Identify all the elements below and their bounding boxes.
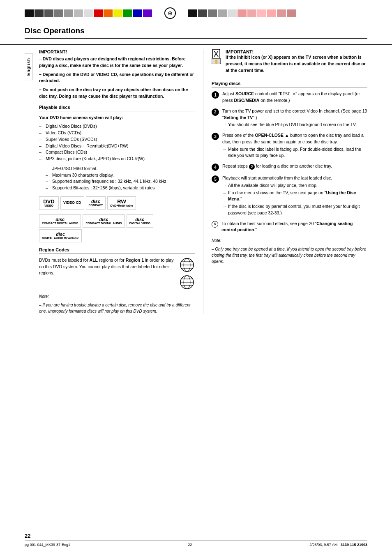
inhibit-icon: ✋ xyxy=(212,49,222,76)
disc-logos: DVD VIDEO VIDEO CD disc COMPACT RW DVD+R… xyxy=(39,196,195,210)
step-content-2: Turn on the TV power and set to the corr… xyxy=(222,108,367,128)
list-item: Maximum 30 characters display. xyxy=(46,172,195,179)
list-item: Supported sampling frequencies : 32 kHz,… xyxy=(46,178,195,185)
step-content-1: Adjust SOURCE control until "DISC ×" app… xyxy=(222,91,367,104)
list-item: Digital Video Discs (DVDs) xyxy=(39,123,195,130)
important-box-right: ✋ IMPORTANT! If the inhibit icon (or X) … xyxy=(212,49,367,76)
note-text-left: – If you are having trouble playing a ce… xyxy=(39,302,195,314)
color-block xyxy=(54,9,63,17)
step-3: 3 Press one of the OPEN•CLOSE ▲ button t… xyxy=(212,132,367,159)
color-block xyxy=(267,9,276,17)
note-label-right: Note: xyxy=(212,237,367,244)
video-cd-logo: VIDEO CD xyxy=(60,196,84,210)
step-4: 4 Repeat steps 3 for loading a disc onto… xyxy=(212,163,367,171)
region-codes-title: Region Codes xyxy=(39,247,195,254)
color-block xyxy=(238,9,247,17)
color-block xyxy=(188,9,197,17)
step-content-5: Playback will start automatically from t… xyxy=(222,175,367,216)
step-number-3: 3 xyxy=(212,133,219,140)
globe-icon-1 xyxy=(179,257,195,273)
step-number-5: 5 xyxy=(212,175,219,183)
list-item: MP3 discs, picture (Kodak, JPEG) files o… xyxy=(39,156,195,162)
color-block xyxy=(94,9,103,17)
step-6: 6 To obtain the best surround effects, s… xyxy=(212,221,367,234)
footer-right: 2/25/03, 9:57 AM 3139 115 21993 xyxy=(309,543,367,547)
left-column: IMPORTANT! – DVD discs and players are d… xyxy=(39,49,203,314)
playable-subtitle: Your DVD home cinema system will play: xyxy=(39,115,195,121)
globe-icons xyxy=(179,257,195,290)
color-block xyxy=(133,9,142,17)
arrow-bullet-3: Make sure the disc label is facing up. F… xyxy=(222,146,367,159)
color-block xyxy=(44,9,53,17)
language-tab: English xyxy=(25,53,33,80)
color-block xyxy=(287,9,296,17)
step-number-6: 6 xyxy=(212,221,218,228)
footer: 22 pg 001-044_MX39-37-Eng1 22 2/25/03, 9… xyxy=(0,533,392,547)
step-5: 5 Playback will start automatically from… xyxy=(212,175,367,216)
page-title: Disc Operations xyxy=(25,26,367,39)
color-block xyxy=(84,9,93,17)
color-block xyxy=(123,9,132,17)
color-block xyxy=(74,9,83,17)
color-block xyxy=(277,9,286,17)
step-number-2: 2 xyxy=(212,108,219,116)
color-block xyxy=(25,9,34,17)
color-block xyxy=(104,9,113,17)
disc-logos-row2: disc COMPACT DIGITAL AUDIO disc COMPACT … xyxy=(39,214,195,242)
important-line-1: – DVD discs and players are designed wit… xyxy=(39,56,195,69)
footer-left: pg 001-044_MX39-37-Eng1 xyxy=(25,543,70,547)
digital-audio-rw-logo: disc DIGITAL AUDIO ReWritable xyxy=(39,229,82,242)
list-item: Super Video CDs (SVCDs) xyxy=(39,136,195,143)
page-number: 22 xyxy=(25,533,367,539)
arrow-bullet-5a: All the available discs will play once, … xyxy=(222,182,367,189)
color-block xyxy=(35,9,44,17)
svg-text:✋: ✋ xyxy=(214,59,219,64)
arrow-bullet-2: You should see the blue Philips DVD back… xyxy=(222,122,367,128)
footer-line: pg 001-044_MX39-37-Eng1 22 2/25/03, 9:57… xyxy=(25,541,367,547)
dvd-rw-logo: RW DVD+ReWritable xyxy=(107,196,136,210)
list-item: Compact Discs (CDs) xyxy=(39,149,195,156)
important-line-2: – Depending on the DVD or VIDEO CD, some… xyxy=(39,71,195,85)
page: ⊕ Disc Operations English IMPORTANT! – D… xyxy=(0,0,392,555)
arrow-bullet-5b: If a disc menu shows on the TV, see next… xyxy=(222,190,367,203)
right-color-bars xyxy=(188,9,296,17)
compact-disc-logo-2: disc COMPACT DIGITAL AUDIO xyxy=(39,214,81,228)
step-1: 1 Adjust SOURCE control until "DISC ×" a… xyxy=(212,91,367,104)
color-block xyxy=(218,9,227,17)
arrow-bullet-5c: If the disc is locked by parental contro… xyxy=(222,203,367,216)
list-item: JPEG/ISO 9660 format. xyxy=(46,166,195,172)
step-2: 2 Turn on the TV power and set to the co… xyxy=(212,108,367,128)
important-label-left: IMPORTANT! xyxy=(39,49,195,54)
list-item: Digital Video Discs + Rewritable(DVD+RW) xyxy=(39,143,195,150)
compact-disc-logo: disc COMPACT xyxy=(86,196,106,210)
step-content-4: Repeat steps 3 for loading a disc onto a… xyxy=(222,163,367,171)
important-body-right: If the inhibit icon (or X) appears on th… xyxy=(226,54,367,74)
region-codes-section: DVDs must be labeled for ALL regions or … xyxy=(39,257,195,290)
step-number-4: 4 xyxy=(212,164,219,171)
region-codes-text: DVDs must be labeled for ALL regions or … xyxy=(39,257,174,279)
color-block xyxy=(247,9,256,17)
playable-discs-title: Playable discs xyxy=(39,105,195,111)
step-content-6: To obtain the best surround effects, see… xyxy=(221,221,367,234)
globe-icon-2 xyxy=(179,274,195,290)
color-block xyxy=(208,9,217,17)
step-number-1: 1 xyxy=(212,91,219,99)
important-label-right: IMPORTANT! xyxy=(226,49,254,54)
compact-disc-logo-3: disc COMPACT DIGITAL AUDIO xyxy=(83,214,125,228)
note-label-left: Note: xyxy=(39,293,195,299)
color-block xyxy=(257,9,266,17)
step-content-3: Press one of the OPEN•CLOSE ▲ button to … xyxy=(222,132,367,159)
disc-types-list: Digital Video Discs (DVDs) Video CDs (VC… xyxy=(39,123,195,162)
important-line-3: – Do not push on the disc tray or put an… xyxy=(39,87,195,100)
footer-center: 22 xyxy=(188,543,192,547)
right-column: ✋ IMPORTANT! If the inhibit icon (or X) … xyxy=(203,49,367,314)
list-item: Video CDs (VCDs) xyxy=(39,130,195,136)
region-codes-para: DVDs must be labeled for ALL regions or … xyxy=(39,257,174,276)
dvd-video-logo: DVD VIDEO xyxy=(39,196,59,210)
important-text-right: IMPORTANT! If the inhibit icon (or X) ap… xyxy=(226,49,367,76)
compass-icon: ⊕ xyxy=(164,7,176,19)
color-block xyxy=(198,9,207,17)
digital-video-logo: disc DIGITAL VIDEO xyxy=(127,214,153,228)
list-item: Supported Bit-rates : 32~256 (kbps), var… xyxy=(46,185,195,191)
playing-discs-title: Playing discs xyxy=(212,81,367,88)
